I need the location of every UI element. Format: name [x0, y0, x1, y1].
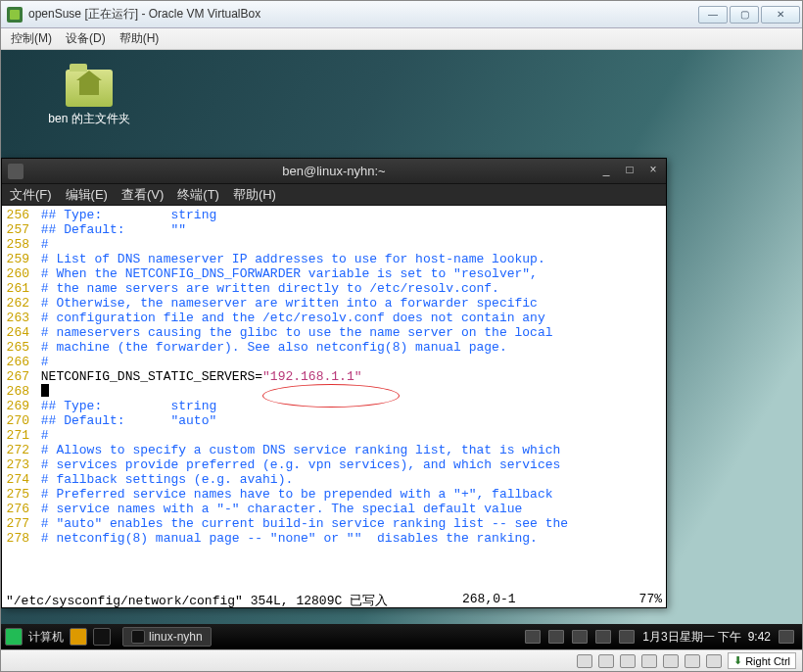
code-line: 257 ## Default: "": [2, 222, 666, 237]
menu-control[interactable]: 控制(M): [11, 30, 52, 47]
line-number: 261: [2, 281, 33, 296]
comment-text: #: [41, 428, 49, 443]
line-number: 277: [2, 516, 33, 531]
taskbar-item-terminal[interactable]: linux-nyhn: [122, 627, 212, 647]
line-content: [33, 487, 41, 502]
comment-text: # Preferred service names have to be pre…: [41, 487, 553, 502]
vb-hostkey-label: Right Ctrl: [745, 655, 790, 667]
terminal-minimize-button[interactable]: _: [597, 163, 615, 178]
term-menu-help[interactable]: 帮助(H): [233, 186, 276, 204]
line-content: [33, 428, 41, 443]
comment-text: #: [41, 237, 49, 252]
terminal-maximize-button[interactable]: □: [621, 163, 638, 178]
vb-hostkey-indicator[interactable]: ⬇ Right Ctrl: [728, 652, 796, 669]
panel-right: 1月3日星期一 下午 9:42: [525, 629, 802, 646]
term-menu-terminal[interactable]: 终端(T): [177, 186, 219, 204]
arrow-down-icon: ⬇: [733, 654, 742, 667]
terminal-titlebar[interactable]: ben@linux-nyhn:~ _ □ ×: [2, 159, 666, 184]
panel-clock[interactable]: 1月3日星期一 下午 9:42: [642, 629, 771, 646]
comment-text: # When the NETCONFIG_DNS_FORWARDER varia…: [41, 266, 538, 281]
line-number: 264: [2, 325, 33, 340]
line-content: [33, 516, 41, 531]
windows-titlebar[interactable]: openSuse [正在运行] - Oracle VM VirtualBox —…: [1, 1, 802, 28]
vm-guest-display[interactable]: ben 的主文件夹 ben@linux-nyhn:~ _ □ × 文件(F) 编…: [1, 50, 802, 649]
vb-status-hdd-icon[interactable]: [577, 654, 592, 668]
line-content: [33, 413, 41, 428]
maximize-button[interactable]: ▢: [730, 6, 759, 24]
menu-help[interactable]: 帮助(H): [119, 30, 160, 47]
line-number: 265: [2, 340, 33, 355]
line-content: [33, 457, 41, 472]
comment-text: # List of DNS nameserver IP addresses to…: [41, 252, 545, 266]
tray-icon-4[interactable]: [595, 630, 611, 644]
minimize-button[interactable]: —: [698, 6, 728, 24]
line-number: 260: [2, 266, 33, 281]
line-number: 263: [2, 311, 33, 325]
line-number: 276: [2, 502, 33, 516]
string-text: "192.168.1.1": [262, 369, 361, 384]
vim-status-line: "/etc/sysconfig/network/config" 354L, 12…: [2, 592, 666, 607]
close-button[interactable]: ✕: [761, 6, 800, 24]
line-content: [33, 281, 41, 296]
code-line: 274 # fallback settings (e.g. avahi).: [2, 472, 666, 487]
code-line: 264 # nameservers causing the glibc to u…: [2, 325, 666, 340]
comment-text: # nameservers causing the glibc to use t…: [41, 325, 553, 340]
line-number: 267: [2, 369, 33, 384]
desktop-home-folder[interactable]: ben 的主文件夹: [40, 70, 138, 127]
line-content: [33, 399, 41, 413]
code-line: 273 # services provide preferred (e.g. v…: [2, 457, 666, 472]
comment-text: ## Default: "auto": [41, 413, 216, 428]
vb-status-optical-icon[interactable]: [598, 654, 614, 668]
line-number: 271: [2, 428, 33, 443]
code-line: 268: [2, 384, 666, 399]
code-line: 261 # the name servers are written direc…: [2, 281, 666, 296]
comment-text: # machine (the forwarder). See also netc…: [41, 340, 507, 355]
comment-text: # "auto" enables the current build-in se…: [41, 516, 568, 531]
code-line: 260 # When the NETCONFIG_DNS_FORWARDER v…: [2, 266, 666, 281]
tray-icon-6[interactable]: [779, 630, 794, 644]
vim-status-mid: 268,0-1: [462, 592, 516, 606]
text-cursor: [41, 384, 49, 397]
terminal-title: ben@linux-nyhn:~: [282, 164, 385, 178]
comment-text: ## Default: "": [41, 222, 186, 237]
terminal-task-icon: [131, 630, 145, 644]
comment-text: # services provide preferred (e.g. vpn s…: [41, 457, 561, 472]
tray-icon-1[interactable]: [525, 630, 541, 644]
line-number: 272: [2, 443, 33, 457]
code-line: 267 NETCONFIG_DNS_STATIC_SERVERS="192.16…: [2, 369, 666, 384]
term-menu-file[interactable]: 文件(F): [10, 186, 52, 204]
line-content: [33, 222, 41, 237]
vb-status-network-icon[interactable]: [620, 654, 636, 668]
code-line: 275 # Preferred service names have to be…: [2, 487, 666, 502]
start-menu-label[interactable]: 计算机: [28, 629, 64, 646]
line-number: 262: [2, 296, 33, 311]
start-menu-icon[interactable]: [5, 628, 23, 646]
vb-status-mouse-icon[interactable]: [706, 654, 722, 668]
panel-launcher-2-icon[interactable]: [93, 628, 111, 646]
vb-status-usb-icon[interactable]: [641, 654, 657, 668]
term-menu-edit[interactable]: 编辑(E): [66, 186, 108, 204]
menu-devices[interactable]: 设备(D): [66, 30, 106, 47]
panel-launcher-1-icon[interactable]: [70, 628, 87, 646]
terminal-body[interactable]: 256 ## Type: string257 ## Default: ""258…: [2, 206, 666, 592]
vb-status-shared-folders-icon[interactable]: [663, 654, 679, 668]
code-text: NETCONFIG_DNS_STATIC_SERVERS=: [41, 369, 262, 384]
code-line: 258 #: [2, 237, 666, 252]
line-content: [33, 443, 41, 457]
code-line: 262 # Otherwise, the nameserver are writ…: [2, 296, 666, 311]
terminal-window[interactable]: ben@linux-nyhn:~ _ □ × 文件(F) 编辑(E) 查看(V)…: [1, 158, 667, 608]
terminal-close-button[interactable]: ×: [644, 163, 662, 178]
line-number: 257: [2, 222, 33, 237]
window-controls: — ▢ ✕: [698, 6, 800, 24]
code-line: 265 # machine (the forwarder). See also …: [2, 340, 666, 355]
vb-status-display-icon[interactable]: [685, 654, 700, 668]
term-menu-view[interactable]: 查看(V): [121, 186, 164, 204]
line-content: [33, 208, 41, 222]
line-number: 274: [2, 472, 33, 487]
windows-title: openSuse [正在运行] - Oracle VM VirtualBox: [7, 6, 260, 23]
line-content: [33, 266, 41, 281]
tray-icon-2[interactable]: [548, 630, 564, 644]
tray-icon-3[interactable]: [572, 630, 588, 644]
tray-icon-5[interactable]: [619, 630, 635, 644]
opensuse-taskbar[interactable]: 计算机 linux-nyhn 1月3日星期一 下午 9:42: [1, 624, 802, 649]
